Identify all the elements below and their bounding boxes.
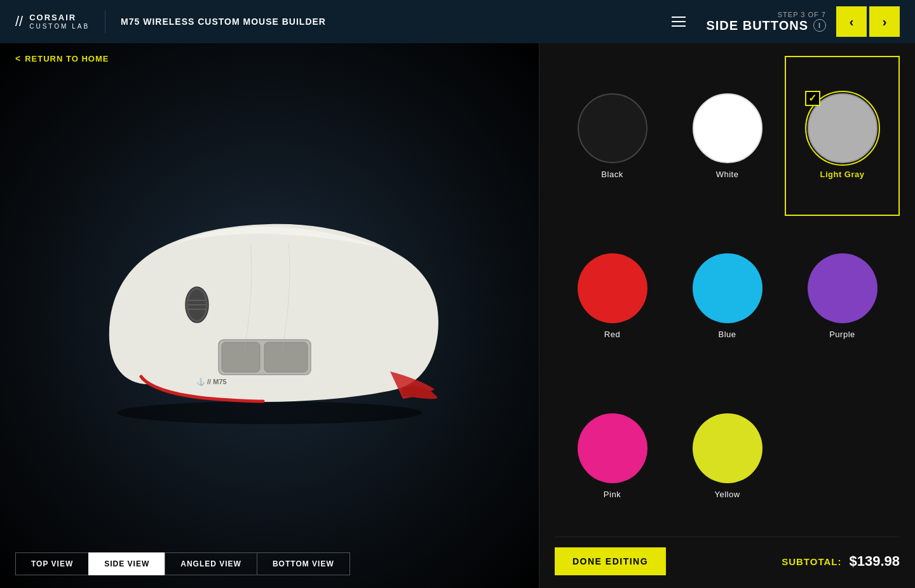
svg-text:⚓ // M75: ⚓ // M75 [196, 377, 227, 386]
logo-text-block: CORSAIR CUSTOM LAB [29, 13, 90, 30]
color-grid: Black White Light Gray Red Blue Purpl [555, 56, 900, 537]
color-circle-red [578, 253, 647, 323]
step-title: SIDE BUTTONS i [706, 18, 826, 33]
color-name-purple: Purple [829, 330, 855, 339]
step-label: STEP 3 OF 7 [778, 11, 826, 18]
color-option-black[interactable]: Black [555, 56, 670, 216]
color-circle-yellow [693, 413, 762, 483]
view-top-button[interactable]: TOP VIEW [15, 552, 89, 575]
mouse-preview: ⚓ // M75 [0, 74, 539, 542]
header: // CORSAIR CUSTOM LAB M75 WIRELESS CUSTO… [0, 0, 915, 43]
color-name-black: Black [601, 170, 623, 179]
view-bottom-button[interactable]: BOTTOM VIEW [257, 552, 350, 575]
color-option-red[interactable]: Red [555, 216, 670, 376]
hamburger-line3 [672, 25, 686, 27]
nav-arrows: ‹ › [836, 6, 900, 37]
logo-line1: CORSAIR [29, 13, 90, 23]
logo-line2: CUSTOM LAB [29, 23, 90, 30]
product-title: M75 WIRELESS CUSTOM MOUSE BUILDER [121, 17, 326, 27]
right-panel: Black White Light Gray Red Blue Purpl [539, 43, 915, 588]
return-to-home-link[interactable]: RETURN TO HOME [0, 43, 539, 74]
footer-bar: DONE EDITING SUBTOTAL: $139.98 [555, 537, 900, 575]
prev-button[interactable]: ‹ [836, 6, 867, 37]
step-title-text: SIDE BUTTONS [706, 18, 808, 33]
color-option-light-gray[interactable]: Light Gray [785, 56, 900, 216]
subtotal-label: SUBTOTAL: [782, 556, 841, 567]
step-info: STEP 3 OF 7 SIDE BUTTONS i [706, 11, 826, 33]
color-grid-empty [785, 377, 900, 537]
view-side-button[interactable]: SIDE VIEW [88, 552, 165, 575]
color-option-yellow[interactable]: Yellow [670, 377, 785, 537]
header-right: STEP 3 OF 7 SIDE BUTTONS i ‹ › [672, 6, 900, 37]
left-panel: RETURN TO HOME [0, 43, 539, 588]
color-name-white: White [716, 170, 739, 179]
color-option-blue[interactable]: Blue [670, 216, 785, 376]
main-layout: RETURN TO HOME [0, 43, 915, 588]
header-divider [105, 10, 105, 33]
color-option-pink[interactable]: Pink [555, 377, 670, 537]
subtotal-area: SUBTOTAL: $139.98 [782, 553, 900, 570]
color-circle-white [693, 93, 762, 163]
mouse-illustration: ⚓ // M75 [72, 187, 466, 429]
color-circle-purple [808, 253, 878, 323]
color-circle-black [578, 93, 647, 163]
svg-point-0 [117, 401, 422, 424]
color-circle-pink [578, 413, 647, 483]
subtotal-value: $139.98 [849, 553, 900, 570]
logo-area: // CORSAIR CUSTOM LAB [15, 13, 90, 30]
view-buttons: TOP VIEW SIDE VIEW ANGLED VIEW BOTTOM VI… [0, 542, 539, 588]
color-name-yellow: Yellow [714, 490, 740, 499]
next-button[interactable]: › [869, 6, 900, 37]
view-angled-button[interactable]: ANGLED VIEW [165, 552, 257, 575]
color-circle-blue [693, 253, 762, 323]
hamburger-line1 [672, 17, 686, 18]
color-option-white[interactable]: White [670, 56, 785, 216]
color-name-blue: Blue [718, 330, 736, 339]
color-name-light-gray: Light Gray [820, 170, 864, 179]
menu-icon[interactable] [672, 17, 686, 27]
info-icon[interactable]: i [813, 19, 826, 32]
svg-rect-3 [264, 342, 308, 372]
hamburger-line2 [672, 21, 686, 22]
color-option-purple[interactable]: Purple [785, 216, 900, 376]
color-name-pink: Pink [604, 490, 621, 499]
done-editing-button[interactable]: DONE EDITING [555, 547, 666, 575]
color-name-red: Red [604, 330, 620, 339]
logo-slashes: // [15, 13, 23, 30]
color-circle-light-gray [808, 93, 878, 163]
svg-rect-2 [222, 342, 260, 372]
